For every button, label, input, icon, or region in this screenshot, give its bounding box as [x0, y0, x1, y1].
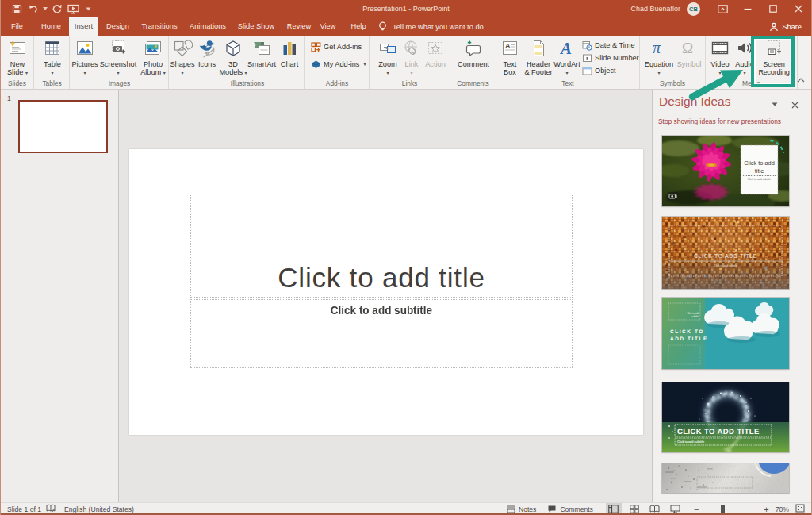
- get-addins-button[interactable]: Get Add-ins: [310, 41, 362, 52]
- tab-review[interactable]: Review: [282, 17, 316, 36]
- photo-album-button[interactable]: PhotoAlbum ▾: [137, 38, 169, 79]
- title-placeholder[interactable]: Click to add title: [190, 194, 573, 298]
- language-indicator[interactable]: English (United States): [64, 505, 134, 513]
- design-ideas-close-button[interactable]: [791, 102, 799, 109]
- shapes-icon: [172, 39, 193, 58]
- tab-design[interactable]: Design: [102, 17, 133, 36]
- main-area: 1 Click to add title Click to add subtit…: [1, 90, 811, 502]
- comments-button[interactable]: Comments: [547, 505, 593, 513]
- slideshow-view-icon: [670, 505, 680, 513]
- thumb2-subtitle: Click to add subtitle: [714, 264, 737, 267]
- table-button[interactable]: Table▾: [36, 38, 68, 79]
- thumb3-title-line1: CLICK TO: [670, 329, 704, 335]
- screenshot-button[interactable]: Screenshot▾: [99, 38, 137, 79]
- svg-text:Ω: Ω: [682, 40, 693, 56]
- action-button[interactable]: Action: [423, 38, 448, 79]
- account-name[interactable]: Chad Buenaflor: [630, 5, 680, 13]
- ribbon-group-images: Pictures▾ Screenshot▾: [71, 36, 169, 89]
- share-button[interactable]: Share: [769, 17, 802, 36]
- ribbon-group-text: A TextBox Header& Footer: [496, 36, 640, 89]
- zoom-out-button[interactable]: −: [694, 505, 699, 514]
- 3d-models-button[interactable]: 3DModels ▾: [219, 38, 247, 79]
- shapes-button[interactable]: Shapes▾: [170, 38, 195, 79]
- collapse-ribbon-button[interactable]: [797, 71, 805, 86]
- design-ideas-menu-button[interactable]: [772, 102, 778, 106]
- icons-button[interactable]: Icons: [195, 38, 219, 79]
- zoom-in-button[interactable]: +: [764, 505, 768, 514]
- slide-canvas[interactable]: Click to add title Click to add subtitle: [129, 149, 643, 435]
- close-button[interactable]: [786, 0, 811, 17]
- text-box-button[interactable]: A TextBox: [496, 38, 523, 79]
- design-ideas-panel: Design Ideas Stop showing ideas for new …: [652, 90, 812, 502]
- tell-me-label: Tell me what you want to do: [393, 23, 484, 31]
- notes-button[interactable]: Notes: [507, 505, 536, 513]
- equation-button[interactable]: π Equation▾: [643, 38, 675, 79]
- tab-insert[interactable]: Insert: [69, 17, 98, 36]
- design-thumbnail-water-lily[interactable]: Click to add title Click to add subtitle: [662, 136, 789, 206]
- date-time-icon: [581, 40, 592, 50]
- slide-counter: Slide 1 of 1: [7, 505, 41, 513]
- tab-slide-show[interactable]: Slide Show: [232, 17, 281, 36]
- zoom-level[interactable]: 70%: [776, 505, 789, 513]
- slide-workspace: Click to add title Click to add subtitle: [120, 90, 652, 502]
- new-slide-button[interactable]: NewSlide ▾: [2, 38, 33, 79]
- slide-thumbnail-number: 1: [7, 94, 11, 102]
- tab-transitions[interactable]: Transitions: [136, 17, 183, 36]
- equation-icon: π: [649, 39, 669, 58]
- tell-me-box[interactable]: Tell me what you want to do: [378, 17, 484, 36]
- link-button[interactable]: Link▾: [400, 38, 423, 79]
- table-icon: [42, 39, 63, 58]
- group-label-links: Links: [370, 79, 450, 87]
- tab-help[interactable]: Help: [344, 17, 373, 36]
- design-thumbnail-paper-clouds[interactable]: Click to add subtitle CLICK TO ADD TITLE: [662, 298, 789, 369]
- slide-number-button[interactable]: Slide Number: [581, 52, 639, 63]
- thumb4-title: CLICK TO ADD TITLE: [677, 428, 760, 436]
- tab-animations[interactable]: Animations: [184, 17, 232, 36]
- icons-icon: [197, 39, 217, 58]
- design-thumbnail-orange-mosaic[interactable]: CLICK TO ADD TITLE Click to add subtitle: [662, 217, 789, 289]
- maximize-button[interactable]: [760, 0, 786, 17]
- pictures-icon: [75, 39, 95, 58]
- slide-thumbnail[interactable]: [18, 100, 108, 153]
- powerpoint-window: Presentation1 - PowerPoint Chad Buenaflo…: [0, 0, 812, 515]
- chevron-down-icon: [772, 102, 778, 106]
- symbol-icon: Ω: [679, 39, 699, 58]
- comment-button[interactable]: Comment: [456, 38, 491, 79]
- ribbon-group-links: Zoom▾ Link▾: [370, 36, 450, 89]
- comment-icon: [463, 39, 484, 58]
- group-label-illustrations: Illustrations: [190, 79, 304, 87]
- thumb3-subtitle-line2: subtitle: [691, 315, 699, 318]
- minimize-button[interactable]: [735, 0, 760, 17]
- title-placeholder-text: Click to add title: [191, 262, 572, 294]
- account-avatar[interactable]: CB: [687, 2, 700, 16]
- my-addins-button[interactable]: My Add-ins ▾: [310, 59, 366, 70]
- tab-file[interactable]: File: [4, 17, 30, 36]
- svg-text:A: A: [559, 39, 572, 58]
- screenshot-icon: [108, 39, 128, 58]
- chart-button[interactable]: Chart: [276, 38, 303, 79]
- slide-thumbnail-panel: 1: [1, 90, 119, 502]
- zoom-slider-handle[interactable]: [721, 505, 725, 513]
- design-thumbnail-concrete[interactable]: [662, 463, 789, 493]
- fit-to-window-icon: [795, 504, 805, 513]
- subtitle-placeholder[interactable]: Click to add subtitle: [190, 299, 573, 368]
- smartart-button[interactable]: SmartArt: [247, 38, 276, 79]
- design-thumbnail-water-ring[interactable]: CLICK TO ADD TITLE Click to add subtitle: [662, 382, 789, 452]
- group-label-comments: Comments: [450, 79, 496, 87]
- object-button[interactable]: Object: [581, 65, 616, 76]
- date-time-button[interactable]: Date & Time: [581, 40, 635, 51]
- header-footer-button[interactable]: Header& Footer: [523, 38, 553, 79]
- thumb1-subtitle: Click to add subtitle: [748, 178, 772, 181]
- zoom-button[interactable]: Zoom▾: [375, 38, 400, 79]
- 3d-models-icon: [223, 39, 243, 58]
- close-icon: [795, 5, 802, 13]
- ribbon-display-options-button[interactable]: [710, 0, 735, 17]
- reading-view-icon: [649, 505, 660, 513]
- tab-view[interactable]: View: [314, 17, 342, 36]
- stop-showing-ideas-link[interactable]: Stop showing ideas for new presentations: [658, 117, 781, 125]
- pictures-button[interactable]: Pictures▾: [71, 38, 99, 79]
- tab-home[interactable]: Home: [36, 17, 66, 36]
- slide-number-icon: [581, 53, 592, 63]
- title-bar: Presentation1 - PowerPoint Chad Buenaflo…: [1, 0, 811, 17]
- wordart-button[interactable]: A WordArt▾: [553, 38, 580, 79]
